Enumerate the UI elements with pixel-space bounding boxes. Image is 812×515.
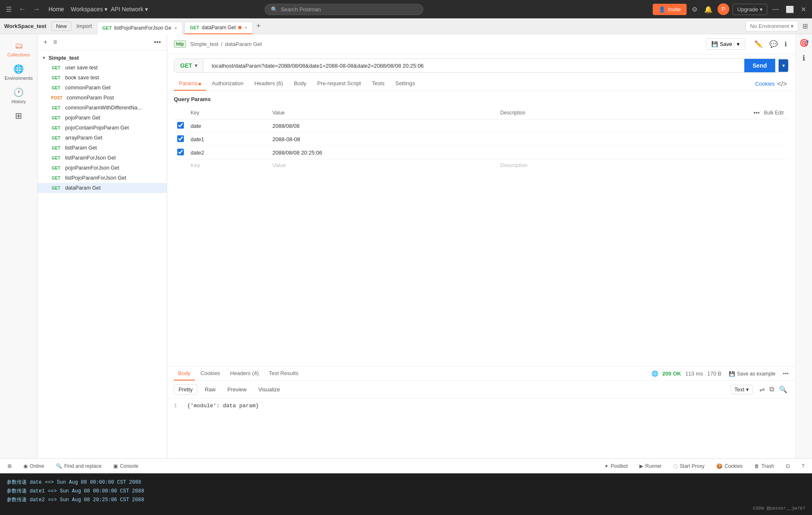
tab2-close-icon[interactable]: ✕ [244,25,247,30]
help-button[interactable]: ? [799,462,807,471]
param-key-placeholder[interactable]: Key [187,160,269,171]
search-response-icon[interactable]: 🔍 [778,384,789,395]
list-item[interactable]: GET pojoParam Get [38,113,167,123]
list-item[interactable]: GET user save test [38,63,167,73]
add-collection-button[interactable]: + [42,38,49,47]
invite-button[interactable]: 👤 Invite [653,4,687,15]
list-item[interactable]: GET listPojoParamForJson Get [38,173,167,183]
tab-pre-request[interactable]: Pre-request Script [312,77,366,91]
list-item[interactable]: GET listParam Get [38,143,167,153]
breadcrumb-parent[interactable]: Simple_test [190,41,219,47]
bulk-edit-button[interactable]: Bulk Edit [762,109,785,117]
list-item[interactable]: GET listParamForJson Get [38,153,167,163]
runner-button[interactable]: ▶ Runner [637,462,664,471]
home-button[interactable]: Home [45,4,67,14]
find-replace-button[interactable]: 🔍 Find and replace [53,462,104,471]
info-icon[interactable]: ℹ [783,38,789,50]
url-input[interactable] [207,59,741,72]
bell-icon[interactable]: 🔔 [703,4,714,15]
list-item-active[interactable]: GET dataParam Get [38,183,167,193]
hamburger-icon[interactable]: ☰ [4,4,13,15]
param-value-placeholder[interactable]: Value [269,160,497,171]
edit-icon[interactable]: ✏️ [753,38,764,50]
minimize-icon[interactable]: — [771,4,781,15]
settings-icon[interactable]: ⚙ [690,4,699,15]
list-item[interactable]: GET commonParam Get [38,83,167,93]
resp-tab-cookies[interactable]: Cookies [196,367,224,381]
list-item[interactable]: GET arrayParam Get [38,133,167,143]
workspaces-menu[interactable]: Workspaces ▾ [71,6,107,13]
tab-tests[interactable]: Tests [367,77,389,91]
collection-group-header[interactable]: ▼ Simple_test [38,53,167,63]
body-tab-visualize[interactable]: Visualize [254,385,284,394]
tab-listpojo[interactable]: GET listPojoParamForJson Ge ✕ [97,22,183,34]
text-format-dropdown[interactable]: Text ▾ [731,385,753,394]
start-proxy-button[interactable]: ◌ Start Proxy [671,462,707,471]
tab-authorization[interactable]: Authorization [207,77,249,91]
param-value-date1[interactable]: 2088-08-08 [269,133,497,146]
params-more-icon[interactable]: ••• [753,109,760,116]
param-key-date[interactable]: date [187,119,269,133]
search-bar[interactable]: 🔍 Search Postman [265,4,423,15]
comment-icon[interactable]: 💬 [768,38,779,50]
resp-tab-headers[interactable]: Headers (4) [226,367,263,381]
layout-button[interactable]: ⊡ [783,462,792,471]
list-item[interactable]: GET pojoContainPojoParam Get [38,123,167,133]
close-icon[interactable]: ✕ [799,4,808,15]
response-more-icon[interactable]: ••• [783,370,789,377]
sidebar-item-environments[interactable]: 🌐 Environments [3,61,34,84]
param-key-date2[interactable]: date2 [187,146,269,160]
send-button[interactable]: Send [744,59,775,72]
param-value-date2[interactable]: 2088/08/08 20:25:06 [269,146,497,160]
forward-icon[interactable]: → [31,3,42,15]
resp-tab-test-results[interactable]: Test Results [265,367,303,381]
postbot-button[interactable]: ✦ Postbot [602,462,630,471]
wrap-icon[interactable]: ⇌ [759,386,765,393]
add-tab-button[interactable]: + [255,22,262,30]
import-button[interactable]: Import [73,22,95,30]
tab1-close-icon[interactable]: ✕ [174,26,177,30]
new-button[interactable]: New [51,21,71,31]
list-item[interactable]: POST commonParam Post [38,93,167,103]
tab-settings[interactable]: Settings [390,77,420,91]
grid-icon[interactable]: ⊞ [802,22,808,30]
sidebar-item-mock[interactable]: ⊞ [3,107,34,124]
method-select[interactable]: GET ▾ [174,59,204,72]
environment-dropdown[interactable]: No Environment ▾ [746,21,798,31]
list-item[interactable]: GET book save test [38,73,167,83]
online-button[interactable]: ◉ Online [21,462,47,471]
sidebar-item-history[interactable]: 🕐 History [3,84,34,107]
list-item[interactable]: GET commonParamWithDifferentNa... [38,103,167,113]
copy-icon[interactable]: ⧉ [768,384,775,395]
code-icon[interactable]: </> [776,79,789,89]
param-checkbox-date1[interactable] [177,135,184,142]
more-options-button[interactable]: ••• [152,38,163,47]
trash-button[interactable]: 🗑 Trash [752,462,776,471]
cookies-bottom-button[interactable]: 🍪 Cookies [714,462,745,471]
info-panel-icon[interactable]: ℹ [802,53,805,63]
back-icon[interactable]: ← [17,3,28,15]
send-dropdown-button[interactable]: ▾ [779,59,788,72]
body-tab-raw[interactable]: Raw [201,385,220,394]
cookies-link[interactable]: Cookies [755,77,775,90]
console-button[interactable]: ▣ Console [111,462,141,471]
tab-params[interactable]: Params [174,77,206,91]
sort-collection-button[interactable]: ≡ [51,38,59,47]
target-icon[interactable]: 🎯 [799,38,809,48]
sidebar-toggle-button[interactable]: ⊞ [5,462,14,471]
param-key-date1[interactable]: date1 [187,133,269,146]
tab-body[interactable]: Body [289,77,311,91]
avatar[interactable]: P [718,3,729,15]
api-network-menu[interactable]: API Network ▾ [111,6,148,13]
sidebar-item-collections[interactable]: 🗂 Collections [3,38,34,61]
save-example-button[interactable]: 💾 Save as example [725,370,779,378]
save-button[interactable]: 💾 Save ▾ [706,38,745,50]
resp-tab-body[interactable]: Body [174,367,195,381]
body-tab-preview[interactable]: Preview [223,385,251,394]
param-checkbox-date[interactable] [177,122,184,129]
save-dropdown-icon[interactable]: ▾ [734,41,740,47]
param-value-date[interactable]: 2088/08/08 [269,119,497,133]
list-item[interactable]: GET pojoParamForJson Get [38,163,167,173]
param-checkbox-date2[interactable] [177,149,184,155]
upgrade-button[interactable]: Upgrade ▾ [733,4,767,15]
